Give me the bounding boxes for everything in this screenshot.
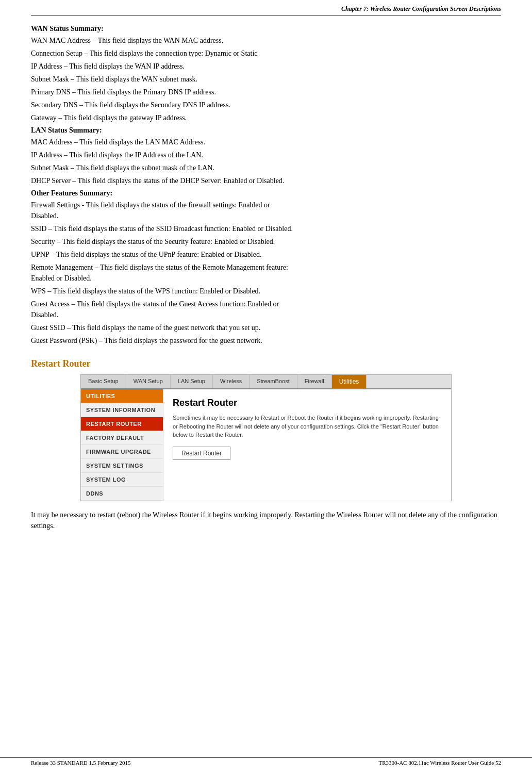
sidebar-item-system-log[interactable]: SYSTEM LOG <box>81 473 163 487</box>
sidebar-item-factory-default[interactable]: FACTORY DEFAULT <box>81 431 163 445</box>
other-features-heading: Other Features Summary: <box>31 189 501 198</box>
tab-utilities[interactable]: Utilities <box>332 375 367 388</box>
other-item-5: Remote Management – This field displays … <box>31 262 501 284</box>
tab-basic-setup[interactable]: Basic Setup <box>81 375 126 388</box>
wan-item-3: IP Address – This field displays the WAN… <box>31 61 501 72</box>
wan-item-4: Subnet Mask – This field displays the WA… <box>31 74 501 85</box>
wan-item-7: Gateway – This field displays the gatewa… <box>31 112 501 123</box>
sidebar-item-firmware-upgrade[interactable]: FIRMWARE UPGRADE <box>81 445 163 459</box>
restart-router-section-heading: Restart Router <box>31 358 501 369</box>
other-item-4: UPNP – This field displays the status of… <box>31 249 501 260</box>
tab-wan-setup[interactable]: WAN Setup <box>126 375 171 388</box>
wan-item-2: Connection Setup – This field displays t… <box>31 48 501 59</box>
other-item-2: SSID – This field displays the status of… <box>31 223 501 234</box>
other-item-1: Firewall Settings - This field displays … <box>31 200 501 221</box>
lan-status-heading: LAN Status Summary: <box>31 126 501 135</box>
page-footer: Release 33 STANDARD 1.5 February 2015 TR… <box>0 757 532 768</box>
sidebar-item-ddns[interactable]: DDNS <box>81 487 163 501</box>
lan-item-2: IP Address – This field displays the IP … <box>31 150 501 160</box>
other-item-7: Guest Access – This field displays the s… <box>31 299 501 320</box>
sidebar-item-utilities[interactable]: UTILITIES <box>81 389 163 403</box>
main-panel-title: Restart Router <box>173 398 442 408</box>
wan-item-5: Primary DNS – This field displays the Pr… <box>31 87 501 97</box>
sidebar-item-system-settings[interactable]: SYSTEM SETTINGS <box>81 459 163 473</box>
footer-right: TR3300-AC 802.11ac Wireless Router User … <box>378 760 501 766</box>
ui-body: UTILITIES SYSTEM INFORMATION RESTART ROU… <box>81 389 451 501</box>
other-item-8: Guest SSID – This field displays the nam… <box>31 322 501 333</box>
lan-item-3: Subnet Mask – This field displays the su… <box>31 162 501 173</box>
restart-description: Sometimes it may be necessary to Restart… <box>173 414 442 439</box>
other-item-3: Security – This field displays the statu… <box>31 236 501 247</box>
tab-firewall[interactable]: Firewall <box>297 375 332 388</box>
footer-left: Release 33 STANDARD 1.5 February 2015 <box>31 760 130 766</box>
wan-item-6: Secondary DNS – This field displays the … <box>31 100 501 110</box>
restart-router-button[interactable]: Restart Router <box>173 447 230 460</box>
sidebar-item-restart-router[interactable]: RESTART ROUTER <box>81 417 163 431</box>
footer-paragraph-1: It may be necessary to restart (reboot) … <box>31 509 501 531</box>
sidebar-item-system-information[interactable]: SYSTEM INFORMATION <box>81 403 163 417</box>
tab-lan-setup[interactable]: LAN Setup <box>171 375 213 388</box>
wan-item-1: WAN MAC Address – This field displays th… <box>31 35 501 46</box>
chapter-header: Chapter 7: Wireless Router Configuration… <box>31 5 501 15</box>
sidebar: UTILITIES SYSTEM INFORMATION RESTART ROU… <box>81 389 163 501</box>
lan-item-4: DHCP Server – This field displays the st… <box>31 175 501 186</box>
router-ui-screenshot: Basic Setup WAN Setup LAN Setup Wireless… <box>80 374 452 501</box>
lan-item-1: MAC Address – This field displays the LA… <box>31 137 501 147</box>
tab-wireless[interactable]: Wireless <box>213 375 250 388</box>
nav-tabs: Basic Setup WAN Setup LAN Setup Wireless… <box>81 375 451 389</box>
other-item-9: Guest Password (PSK) – This field displa… <box>31 335 501 346</box>
main-panel: Restart Router Sometimes it may be neces… <box>163 389 451 501</box>
other-item-6: WPS – This field displays the status of … <box>31 286 501 297</box>
wan-status-heading: WAN Status Summary: <box>31 25 501 33</box>
tab-streamboost[interactable]: StreamBoost <box>250 375 297 388</box>
